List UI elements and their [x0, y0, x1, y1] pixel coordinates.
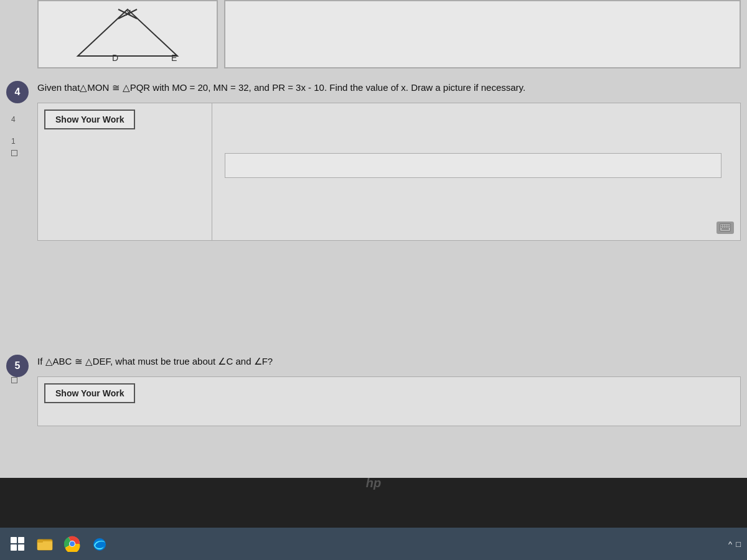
svg-rect-10	[725, 225, 726, 226]
bottom-dark-area: hp	[0, 478, 747, 528]
question-4-badge: 4	[6, 81, 29, 103]
side-indicator-1: 1	[11, 137, 16, 146]
taskbar-edge-icon[interactable]	[88, 533, 111, 555]
svg-rect-8	[721, 225, 722, 226]
svg-point-28	[70, 541, 75, 546]
triangle-diagram: D E X	[37, 0, 218, 68]
svg-rect-21	[11, 544, 17, 551]
question-4-draw-area[interactable]: Show Your Work	[38, 103, 212, 240]
question-4-answer-area[interactable]	[212, 103, 740, 240]
tray-screen: □	[736, 539, 741, 549]
question-5-container: 5 If △ABC ≅ △DEF, what must be true abou…	[37, 355, 741, 426]
answer-input-4[interactable]	[225, 153, 721, 178]
taskbar-start-button[interactable]	[6, 533, 29, 555]
svg-rect-13	[721, 226, 722, 228]
question-4-container: 4 Given that△MON ≅ △PQR with MO = 20, MN…	[37, 81, 741, 241]
taskbar-chrome-icon[interactable]	[61, 533, 83, 555]
svg-rect-15	[725, 226, 726, 228]
show-work-button-5[interactable]: Show Your Work	[44, 383, 135, 403]
svg-rect-9	[723, 225, 724, 226]
top-answer-box[interactable]	[224, 0, 741, 68]
svg-text:D: D	[112, 53, 118, 62]
side-indicator-4: 4	[11, 115, 16, 124]
svg-rect-22	[18, 544, 24, 551]
svg-rect-20	[18, 537, 24, 543]
svg-text:X: X	[126, 8, 131, 17]
taskbar-file-explorer[interactable]	[34, 533, 56, 555]
taskbar: ^ □	[0, 528, 747, 560]
hp-logo: hp	[366, 476, 381, 490]
question-4-work-area: Show Your Work	[37, 103, 741, 241]
svg-rect-16	[726, 226, 728, 228]
keyboard-icon[interactable]	[716, 222, 734, 234]
svg-rect-12	[728, 225, 730, 226]
svg-rect-17	[728, 226, 730, 228]
triangle-svg: D E X	[59, 6, 196, 62]
svg-rect-11	[726, 225, 728, 226]
svg-rect-14	[723, 226, 724, 228]
svg-rect-19	[11, 537, 17, 543]
screen: D E X 4 1 4 Given that△MON ≅ △PQR with M…	[0, 0, 747, 560]
tray-caret: ^	[728, 539, 732, 549]
side-indicator-square2	[11, 376, 17, 385]
side-indicator-square1	[11, 149, 17, 158]
question-5-work-area: Show Your Work	[37, 376, 741, 426]
question-5-badge: 5	[6, 355, 29, 377]
question-5-show-work-left[interactable]: Show Your Work	[38, 377, 141, 426]
svg-rect-24	[37, 541, 52, 550]
svg-rect-25	[37, 539, 43, 543]
svg-text:E: E	[171, 53, 177, 62]
question-5-text: If △ABC ≅ △DEF, what must be true about …	[37, 355, 741, 369]
svg-rect-18	[721, 228, 729, 230]
show-work-button-4[interactable]: Show Your Work	[44, 110, 135, 129]
question-4-text: Given that△MON ≅ △PQR with MO = 20, MN =…	[37, 81, 741, 95]
taskbar-system-tray: ^ □	[728, 539, 741, 549]
